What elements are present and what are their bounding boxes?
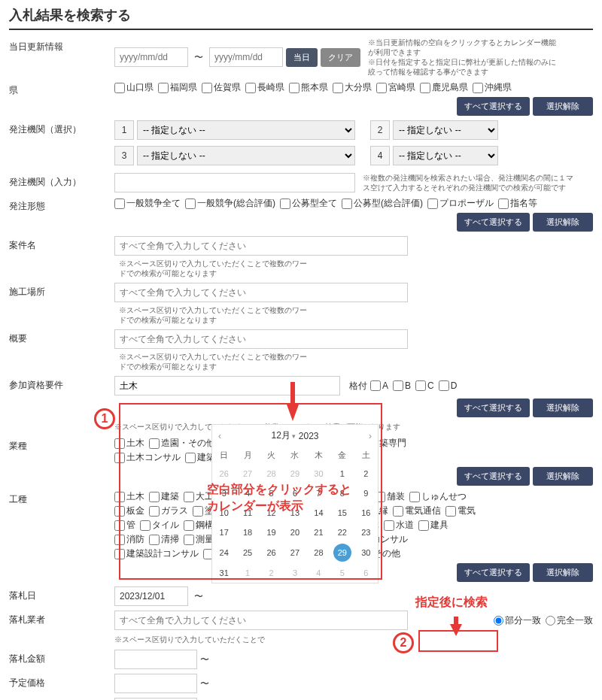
- cb-worktype-28[interactable]: 清掃: [149, 533, 179, 546]
- input-award-date-from[interactable]: [114, 586, 188, 606]
- btn-deselect-pref[interactable]: 選択解除: [533, 97, 593, 116]
- btn-select-all-grade[interactable]: すべて選択する: [457, 398, 530, 417]
- input-qualification[interactable]: [114, 376, 340, 395]
- cal-day[interactable]: 27: [290, 543, 299, 562]
- input-amount-from[interactable]: [114, 650, 197, 669]
- annotation-arrow-2: .arrow-down[style*="830px"]::before{top:…: [450, 624, 462, 636]
- cal-day[interactable]: 24: [220, 543, 229, 562]
- btn-deselect-industry[interactable]: 選択解除: [533, 467, 593, 486]
- btn-select-all-industry[interactable]: すべて選択する: [457, 467, 530, 486]
- cb-pref-2[interactable]: 佐賀県: [202, 81, 241, 94]
- cb-pref-0[interactable]: 山口県: [114, 81, 154, 94]
- btn-select-all-worktype[interactable]: すべて選択する: [457, 563, 530, 582]
- cb-worktype-26[interactable]: 建具: [418, 519, 448, 532]
- cb-pref-4[interactable]: 熊本県: [289, 81, 328, 94]
- cal-prev-icon[interactable]: ‹: [218, 431, 221, 441]
- cal-day[interactable]: 4: [316, 563, 321, 583]
- btn-today[interactable]: 当日: [286, 48, 318, 67]
- cal-day[interactable]: 20: [290, 523, 299, 542]
- cb-grade-3[interactable]: D: [439, 380, 458, 391]
- cb-ordertype-5[interactable]: 指名等: [498, 197, 537, 210]
- input-summary[interactable]: [114, 329, 408, 349]
- cb-worktype-33[interactable]: 建築設計コンサル: [114, 547, 199, 560]
- cb-worktype-25[interactable]: 水道: [384, 519, 414, 532]
- tilde: 〜: [194, 51, 203, 64]
- cal-day[interactable]: 5: [340, 563, 345, 583]
- cal-year[interactable]: 2023: [299, 431, 319, 441]
- annotation-text-2: 指定後に検索: [415, 594, 488, 611]
- sel-org-3[interactable]: -- 指定しない --: [137, 146, 355, 165]
- input-location[interactable]: [114, 283, 408, 302]
- cal-next-icon[interactable]: ›: [369, 431, 372, 441]
- cal-day[interactable]: 9: [363, 483, 368, 503]
- cal-day[interactable]: 16: [361, 503, 370, 523]
- cb-pref-8[interactable]: 沖縄県: [473, 81, 512, 94]
- btn-deselect-grade[interactable]: 選択解除: [533, 398, 593, 417]
- sel-org-4[interactable]: -- 指定しない --: [393, 146, 498, 165]
- cal-day[interactable]: 2: [269, 563, 274, 583]
- cb-worktype-17[interactable]: 電気: [445, 505, 476, 517]
- cb-grade-1[interactable]: B: [393, 380, 411, 391]
- cb-worktype-7[interactable]: 舗装: [375, 490, 405, 503]
- input-order-org[interactable]: [114, 173, 355, 192]
- cal-month[interactable]: 12月▾: [271, 429, 295, 442]
- cal-day[interactable]: 31: [220, 563, 229, 583]
- cb-pref-7[interactable]: 鹿児島県: [420, 81, 468, 94]
- input-awardee[interactable]: [114, 611, 408, 630]
- sel-org-2[interactable]: -- 指定しない --: [393, 120, 498, 140]
- cb-worktype-18[interactable]: 管: [114, 519, 135, 532]
- cal-day[interactable]: 19: [266, 523, 275, 542]
- row-award-date: 落札日 〜: [9, 586, 593, 606]
- cb-ordertype-0[interactable]: 一般競争全て: [114, 197, 181, 210]
- cb-ordertype-2[interactable]: 公募型全て: [280, 197, 337, 210]
- cb-worktype-29[interactable]: 測量: [184, 533, 214, 546]
- date-from-input[interactable]: [114, 47, 188, 67]
- btn-deselect-ordertype[interactable]: 選択解除: [533, 213, 593, 232]
- cb-ordertype-1[interactable]: 一般競争(総合評価): [185, 197, 275, 210]
- cb-ordertype-3[interactable]: 公募型(総合評価): [342, 197, 423, 210]
- btn-select-all-ordertype[interactable]: すべて選択する: [457, 213, 530, 232]
- cal-day[interactable]: 23: [361, 523, 370, 542]
- cb-pref-1[interactable]: 福岡県: [158, 81, 197, 94]
- sel-org-1[interactable]: -- 指定しない --: [137, 120, 355, 140]
- cal-day[interactable]: 21: [314, 523, 323, 542]
- label-summary: 概要: [9, 329, 114, 345]
- cal-day[interactable]: 17: [220, 523, 229, 542]
- cb-pref-6[interactable]: 宮崎県: [376, 81, 415, 94]
- input-price-from[interactable]: [114, 674, 197, 693]
- cb-worktype-9[interactable]: 板金: [114, 505, 144, 517]
- btn-clear-date[interactable]: クリア: [321, 48, 360, 67]
- btn-select-all-pref[interactable]: すべて選択する: [457, 97, 530, 116]
- cb-ordertype-4[interactable]: プロポーザル: [427, 197, 494, 210]
- radio-awardee-exact[interactable]: 完全一致: [546, 614, 593, 627]
- cal-day[interactable]: 26: [266, 543, 275, 562]
- cal-day[interactable]: 28: [314, 543, 323, 562]
- cal-day[interactable]: 1: [245, 563, 250, 583]
- cb-worktype-27[interactable]: 消防: [114, 533, 144, 546]
- label-grade: 格付: [349, 380, 367, 392]
- cb-worktype-10[interactable]: ガラス: [149, 505, 188, 517]
- cal-day[interactable]: 18: [243, 523, 252, 542]
- cb-worktype-1[interactable]: 建築: [149, 490, 179, 503]
- date-to-input[interactable]: [209, 47, 283, 67]
- cb-worktype-19[interactable]: タイル: [140, 519, 179, 532]
- cb-pref-3[interactable]: 長崎県: [245, 81, 284, 94]
- cb-worktype-8[interactable]: しゅんせつ: [409, 490, 467, 503]
- cal-day[interactable]: 6: [363, 563, 368, 583]
- btn-deselect-worktype[interactable]: 選択解除: [533, 563, 593, 582]
- cal-day[interactable]: 29: [333, 544, 351, 562]
- cb-grade-2[interactable]: C: [415, 380, 434, 391]
- radio-awardee-partial[interactable]: 部分一致: [494, 614, 541, 627]
- cb-industry-0[interactable]: 土木: [114, 437, 144, 450]
- cb-pref-5[interactable]: 大分県: [333, 81, 372, 94]
- cb-industry-7[interactable]: 土木コンサル: [114, 451, 181, 464]
- cal-day[interactable]: 3: [293, 563, 297, 583]
- cal-day[interactable]: 2: [363, 464, 368, 483]
- input-case-name[interactable]: [114, 236, 408, 256]
- cb-worktype-0[interactable]: 土木: [114, 490, 144, 503]
- cal-day[interactable]: 25: [243, 543, 252, 562]
- cal-day[interactable]: 22: [338, 523, 347, 542]
- cal-day[interactable]: 30: [361, 543, 370, 562]
- cb-grade-0[interactable]: A: [370, 380, 388, 391]
- cb-worktype-16[interactable]: 電気通信: [393, 505, 441, 517]
